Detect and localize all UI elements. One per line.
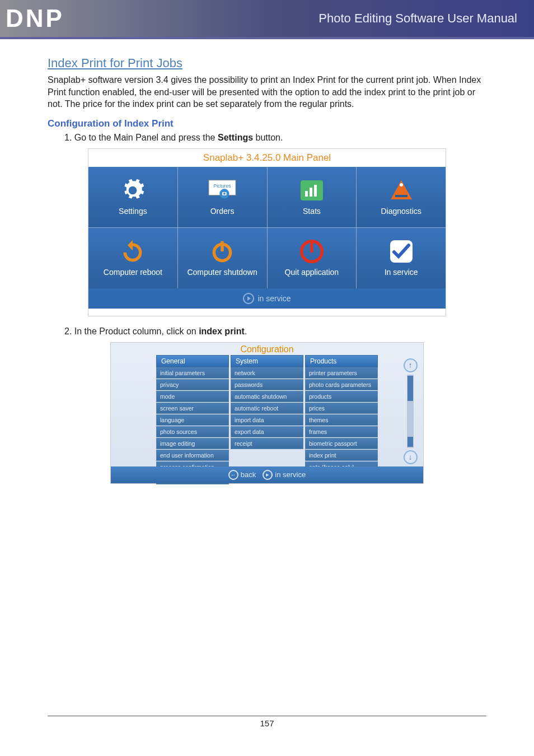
orders-tile[interactable]: Pictures Orders: [178, 167, 267, 227]
config-item[interactable]: automatic shutdown: [231, 391, 303, 402]
step1-prefix: 1. Go to the Main Panel and press the: [64, 133, 218, 142]
main-panel-title: Snaplab+ 3.4.25.0 Main Panel: [88, 149, 446, 167]
back-button[interactable]: ← back: [228, 470, 256, 480]
config-item[interactable]: export data: [231, 426, 303, 437]
diagnostics-icon: [387, 179, 415, 202]
config-col-system: System network passwords automatic shutd…: [231, 355, 303, 484]
pictures-icon: Pictures: [208, 179, 236, 202]
play-icon: ▸: [263, 470, 273, 480]
power-icon: [208, 240, 236, 263]
config-col-head[interactable]: System: [231, 355, 303, 367]
diagnostics-tile[interactable]: Diagnostics: [357, 167, 446, 227]
page-number: 157: [260, 718, 274, 728]
inservice-label: in service: [275, 470, 306, 479]
quit-tile[interactable]: Quit application: [268, 228, 357, 288]
footer-label: in service: [257, 294, 291, 303]
svg-rect-6: [305, 191, 308, 197]
main-panel-footer[interactable]: in service: [88, 288, 446, 309]
config-item[interactable]: printer parameters: [305, 367, 378, 379]
config-item[interactable]: automatic reboot: [231, 403, 303, 414]
quit-icon: [298, 240, 326, 263]
settings-tile[interactable]: Settings: [88, 167, 177, 227]
tile-label: Orders: [210, 207, 235, 216]
reboot-tile[interactable]: Computer reboot: [88, 228, 177, 288]
scroll-up-icon[interactable]: ↑: [404, 358, 418, 372]
config-item[interactable]: products: [305, 391, 378, 402]
config-item[interactable]: photo cards parameters: [305, 379, 378, 390]
scroll-thumb[interactable]: [407, 376, 413, 401]
tile-label: Computer shutdown: [187, 268, 257, 277]
config-col-general: General initial parameters privacy mode …: [156, 355, 229, 484]
gear-icon: [119, 179, 147, 202]
tile-label: Quit application: [285, 268, 339, 277]
svg-point-10: [400, 183, 403, 186]
back-label: back: [241, 470, 256, 479]
tile-label: Settings: [119, 207, 147, 216]
reboot-icon: [119, 240, 147, 263]
page-footer: 157: [48, 716, 486, 728]
svg-point-4: [223, 193, 226, 195]
chart-icon: [298, 179, 326, 202]
back-arrow-icon: ←: [228, 470, 238, 480]
config-scrollbar[interactable]: ↑ ↓: [402, 358, 419, 464]
scroll-down-icon[interactable]: ↓: [404, 450, 418, 464]
stats-tile[interactable]: Stats: [268, 167, 357, 227]
check-icon: [387, 240, 415, 263]
step1-suffix: button.: [253, 133, 283, 142]
header-bar: DNP Photo Editing Software User Manual: [0, 0, 534, 39]
svg-rect-13: [221, 241, 224, 251]
config-item[interactable]: themes: [305, 414, 378, 426]
config-item[interactable]: receipt: [231, 438, 303, 449]
scroll-thumb-small: [407, 437, 413, 447]
config-footer: ← back ▸ in service: [111, 466, 423, 483]
config-item[interactable]: prices: [305, 403, 378, 414]
svg-rect-8: [314, 185, 317, 197]
config-panel-screenshot: Configuration General initial parameters…: [110, 342, 424, 484]
inservice-button[interactable]: ▸ in service: [263, 470, 306, 480]
header-title: Photo Editing Software User Manual: [318, 11, 517, 26]
svg-rect-7: [310, 188, 312, 197]
config-item[interactable]: network: [231, 367, 303, 379]
step-2: 2. In the Product column, click on index…: [64, 326, 486, 337]
config-title: Configuration: [111, 343, 423, 355]
config-item[interactable]: import data: [231, 414, 303, 426]
shutdown-tile[interactable]: Computer shutdown: [178, 228, 267, 288]
logo: DNP: [6, 4, 64, 32]
config-col-head[interactable]: General: [156, 355, 229, 367]
tile-label: Computer reboot: [104, 268, 162, 277]
play-icon: [243, 293, 254, 304]
config-item[interactable]: privacy: [156, 379, 229, 390]
section-heading: Index Print for Print Jobs: [48, 56, 486, 71]
scroll-track[interactable]: [407, 375, 414, 448]
inservice-tile[interactable]: In service: [357, 228, 446, 288]
config-item[interactable]: image editing: [156, 438, 229, 449]
config-item[interactable]: mode: [156, 391, 229, 402]
tile-label: Stats: [303, 207, 321, 216]
page-content: Index Print for Print Jobs Snaplab+ soft…: [0, 39, 534, 484]
config-item[interactable]: frames: [305, 426, 378, 437]
config-item[interactable]: end user information: [156, 450, 229, 461]
intro-paragraph: Snaplab+ software version 3.4 gives the …: [48, 74, 486, 110]
config-item[interactable]: biometric passport: [305, 438, 378, 449]
main-panel-grid: Settings Pictures Orders Stats Diagnosti…: [88, 167, 446, 288]
step-1: 1. Go to the Main Panel and press the Se…: [64, 133, 486, 143]
config-item[interactable]: photo sources: [156, 426, 229, 437]
step2-prefix: 2. In the Product column, click on: [64, 326, 199, 336]
config-col-products: Products printer parameters photo cards …: [305, 355, 378, 484]
config-item[interactable]: screen saver: [156, 403, 229, 414]
config-col-head[interactable]: Products: [305, 355, 378, 367]
step2-bold: index print: [199, 326, 245, 336]
step2-suffix: .: [245, 326, 247, 336]
config-item[interactable]: index print: [305, 450, 378, 461]
svg-text:Pictures: Pictures: [214, 183, 232, 189]
svg-rect-11: [395, 195, 407, 197]
config-item[interactable]: initial parameters: [156, 367, 229, 379]
svg-rect-15: [310, 241, 313, 252]
step1-bold: Settings: [218, 133, 253, 142]
tile-label: In service: [385, 268, 418, 277]
config-item[interactable]: language: [156, 414, 229, 426]
config-cols: General initial parameters privacy mode …: [111, 355, 423, 484]
tile-label: Diagnostics: [381, 207, 421, 216]
config-item[interactable]: passwords: [231, 379, 303, 390]
main-panel-screenshot: Snaplab+ 3.4.25.0 Main Panel Settings Pi…: [88, 148, 446, 316]
